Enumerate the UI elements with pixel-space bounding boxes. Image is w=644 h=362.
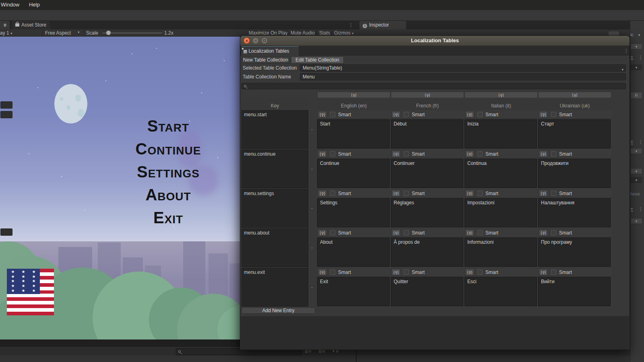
translation-text-field[interactable]: Про програму xyxy=(538,238,611,267)
new-table-collection-button[interactable]: New Table Collection xyxy=(242,56,290,64)
row-drag-handle[interactable]: - xyxy=(308,189,316,228)
entry-metadata-button[interactable]: {} xyxy=(318,111,327,118)
table-search-input[interactable] xyxy=(242,83,626,89)
smart-checkbox[interactable] xyxy=(551,112,556,117)
key-column-header[interactable]: Key xyxy=(242,99,308,110)
scale-slider-handle[interactable] xyxy=(106,31,111,35)
translation-text-field[interactable]: À propos de xyxy=(391,238,463,267)
row-drag-handle[interactable]: - xyxy=(308,228,316,267)
selected-table-collection-dropdown[interactable]: Menu(StringTable) ▾ xyxy=(300,64,626,72)
entry-metadata-button[interactable]: {} xyxy=(465,111,474,118)
key-cell[interactable]: menu.exit xyxy=(242,268,308,306)
r-button[interactable]: R xyxy=(630,92,642,99)
aspect-dropdown[interactable]: Free Aspect xyxy=(45,30,71,36)
smart-checkbox[interactable] xyxy=(330,230,335,235)
mute-audio-toggle[interactable]: Mute Audio xyxy=(291,30,315,36)
translation-text-field[interactable]: Старт xyxy=(538,119,611,148)
key-cell[interactable]: menu.start xyxy=(242,110,308,149)
entry-metadata-button[interactable]: {} xyxy=(539,269,548,276)
translation-text-field[interactable]: Continua xyxy=(464,159,537,188)
game-menu-item[interactable]: Exit xyxy=(97,206,240,229)
key-cell[interactable]: menu.about xyxy=(242,228,308,267)
tab-localization-tables[interactable]: ▦Localization Tables xyxy=(242,46,299,56)
add-new-entry-button[interactable]: Add New Entry xyxy=(242,307,315,314)
translation-text-field[interactable]: Informazioni xyxy=(464,238,537,267)
smart-checkbox[interactable] xyxy=(477,112,483,117)
entry-metadata-button[interactable]: {} xyxy=(392,269,400,276)
smart-checkbox[interactable] xyxy=(404,269,409,275)
translation-text-field[interactable]: Continuer xyxy=(391,159,463,188)
entry-metadata-button[interactable]: {} xyxy=(392,229,400,236)
window-maximize-button[interactable] xyxy=(261,37,268,44)
entry-metadata-button[interactable]: {} xyxy=(318,229,327,236)
kebab-icon[interactable]: ⋮ xyxy=(638,206,643,212)
entry-metadata-button[interactable]: {} xyxy=(465,269,474,276)
smart-checkbox[interactable] xyxy=(330,269,335,275)
window-close-button[interactable]: × xyxy=(244,37,250,44)
game-menu-item[interactable]: Settings xyxy=(97,160,240,183)
smart-checkbox[interactable] xyxy=(477,230,483,235)
column-settings-button[interactable]: {} xyxy=(464,92,538,98)
translation-text-field[interactable]: Continue xyxy=(317,159,390,188)
translation-text-field[interactable]: Quitter xyxy=(391,277,463,306)
static-dropdown-fragment[interactable]: ic xyxy=(630,32,634,37)
language-column-header[interactable]: Italian (it) xyxy=(464,99,538,110)
smart-checkbox[interactable] xyxy=(551,230,556,235)
row-drag-handle[interactable]: - xyxy=(308,150,316,188)
translation-text-field[interactable]: Exit xyxy=(317,277,390,306)
menu-window[interactable]: Window xyxy=(0,0,23,9)
entry-metadata-button[interactable]: {} xyxy=(539,150,548,157)
table-collection-name-input[interactable]: Menu xyxy=(300,73,626,80)
entry-metadata-button[interactable]: {} xyxy=(465,229,474,236)
translation-text-field[interactable]: Вийти xyxy=(538,277,611,306)
entry-metadata-button[interactable]: {} xyxy=(465,150,474,157)
presets-icon[interactable]: ± xyxy=(631,140,633,144)
game-panel-kebab-icon[interactable]: ⋮ xyxy=(349,22,353,28)
smart-checkbox[interactable] xyxy=(551,191,556,196)
smart-checkbox[interactable] xyxy=(404,151,409,156)
translation-text-field[interactable]: Налаштування xyxy=(538,198,611,227)
game-menu-item[interactable]: About xyxy=(97,183,240,206)
language-column-header[interactable]: Ukrainian (uk) xyxy=(538,99,611,110)
smart-checkbox[interactable] xyxy=(404,230,409,235)
translation-text-field[interactable]: About xyxy=(317,238,390,267)
smart-checkbox[interactable] xyxy=(551,151,556,156)
translation-text-field[interactable]: Esci xyxy=(464,277,537,306)
smart-checkbox[interactable] xyxy=(551,269,556,275)
entry-metadata-button[interactable]: {} xyxy=(539,111,548,118)
entry-metadata-button[interactable]: {} xyxy=(318,150,327,157)
smart-checkbox[interactable] xyxy=(330,191,335,196)
kebab-icon[interactable]: ⋮ xyxy=(638,55,643,60)
column-settings-button[interactable]: {} xyxy=(391,92,464,98)
smart-checkbox[interactable] xyxy=(477,151,483,156)
translation-text-field[interactable]: Réglages xyxy=(391,198,463,227)
row-drag-handle[interactable]: - xyxy=(308,268,316,306)
inspector-dropdown[interactable]: ▾ xyxy=(630,177,642,183)
entry-metadata-button[interactable]: {} xyxy=(318,190,327,197)
language-column-header[interactable]: English (en) xyxy=(317,99,390,110)
translation-text-field[interactable]: Продовжити xyxy=(538,159,611,188)
inspector-dropdown[interactable]: ▾ xyxy=(630,148,642,154)
language-column-header[interactable]: French (fr) xyxy=(391,99,464,110)
inspector-dropdown[interactable]: ▾ xyxy=(630,218,642,224)
smart-checkbox[interactable] xyxy=(477,191,483,196)
key-cell[interactable]: menu.settings xyxy=(242,189,308,228)
tab-asset-store[interactable]: Asset Store xyxy=(12,21,50,29)
display-dropdown[interactable]: ay 1 ▾ xyxy=(0,30,12,36)
tab-game[interactable]: e xyxy=(0,21,10,29)
presets-icon[interactable]: ± xyxy=(631,207,633,212)
smart-checkbox[interactable] xyxy=(330,151,335,156)
translation-text-field[interactable]: Début xyxy=(391,119,463,148)
kebab-icon[interactable]: ⋮ xyxy=(638,139,643,145)
smart-checkbox[interactable] xyxy=(404,112,409,117)
entry-metadata-button[interactable]: {} xyxy=(465,190,474,197)
tab-inspector[interactable]: iInspector xyxy=(359,21,406,29)
entry-metadata-button[interactable]: {} xyxy=(539,190,548,197)
menu-help[interactable]: Help xyxy=(25,0,44,9)
stats-toggle[interactable]: Stats xyxy=(319,30,330,36)
maximize-on-play-toggle[interactable]: Maximize On Play xyxy=(249,30,288,36)
window-minimize-button[interactable]: – xyxy=(252,37,259,44)
window-kebab-icon[interactable]: ⋮ xyxy=(624,48,629,53)
gizmos-dropdown[interactable]: Gizmos ▾ xyxy=(334,30,354,36)
translation-text-field[interactable]: Settings xyxy=(317,198,390,227)
